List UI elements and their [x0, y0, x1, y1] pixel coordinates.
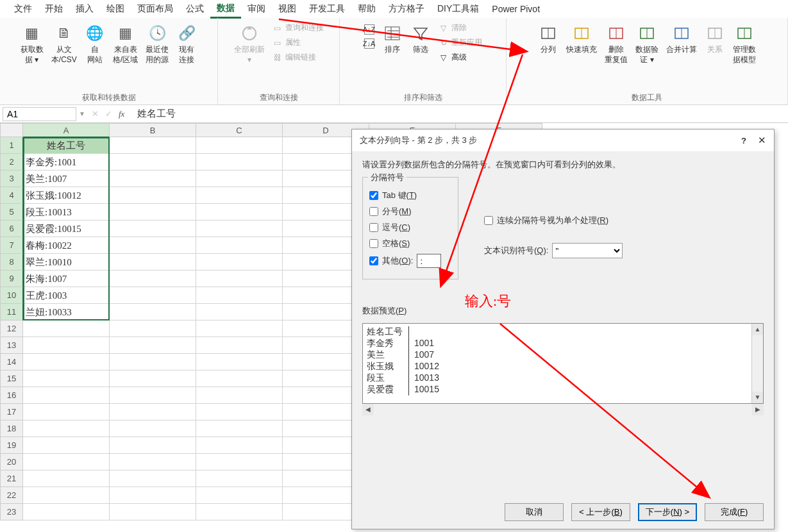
relations-button[interactable]: 关系: [702, 22, 728, 56]
cell-B14[interactable]: [110, 354, 196, 370]
finish-button[interactable]: 完成(F): [705, 503, 764, 521]
cell-C20[interactable]: [196, 454, 283, 470]
menu-方方格子[interactable]: 方方格子: [382, 1, 431, 17]
cell-B23[interactable]: [110, 504, 196, 520]
cell-C12[interactable]: [196, 320, 283, 337]
col-header-B[interactable]: B: [110, 123, 196, 137]
cell-C14[interactable]: [196, 354, 283, 370]
row-header-19[interactable]: 19: [0, 437, 23, 454]
edit-links[interactable]: ⛓编辑链接: [270, 51, 326, 63]
row-header-11[interactable]: 11: [0, 304, 23, 320]
cell-A17[interactable]: [23, 404, 110, 420]
menu-公式[interactable]: 公式: [180, 1, 210, 17]
menu-数据[interactable]: 数据: [210, 0, 241, 19]
menu-视图[interactable]: 视图: [272, 1, 303, 17]
cell-A7[interactable]: 春梅:10022: [23, 237, 110, 254]
cell-A10[interactable]: 王虎:1003: [23, 287, 110, 304]
row-header-7[interactable]: 7: [0, 237, 23, 254]
confirm-icon[interactable]: ✓: [105, 109, 112, 119]
cell-B8[interactable]: [110, 254, 196, 270]
cell-B20[interactable]: [110, 454, 196, 470]
cell-B21[interactable]: [110, 470, 196, 487]
cell-A11[interactable]: 兰妞:10033: [23, 304, 110, 320]
space-checkbox[interactable]: 空格(S): [369, 238, 451, 249]
cell-B4[interactable]: [110, 187, 196, 204]
row-header-4[interactable]: 4: [0, 187, 23, 204]
reapply-filter[interactable]: ↻重新应用: [436, 37, 485, 49]
text-to-columns-button[interactable]: 分列: [535, 22, 561, 56]
cell-C3[interactable]: [196, 170, 283, 187]
cell-B19[interactable]: [110, 437, 196, 454]
row-header-1[interactable]: 1: [0, 137, 23, 154]
cell-C2[interactable]: [196, 154, 283, 170]
comma-checkbox[interactable]: 逗号(C): [369, 222, 451, 233]
menu-开发工具[interactable]: 开发工具: [303, 1, 351, 17]
fx-icon[interactable]: fx: [119, 109, 124, 119]
cell-C15[interactable]: [196, 370, 283, 387]
cell-C13[interactable]: [196, 337, 283, 354]
cell-C22[interactable]: [196, 487, 283, 504]
cell-A18[interactable]: [23, 420, 110, 437]
cell-B10[interactable]: [110, 287, 196, 304]
cell-A19[interactable]: [23, 437, 110, 454]
get-data-btn-4[interactable]: 🕓最近使 用的源: [143, 22, 171, 66]
cell-B6[interactable]: [110, 220, 196, 237]
select-all-corner[interactable]: [0, 123, 23, 137]
row-header-13[interactable]: 13: [0, 337, 23, 354]
row-header-20[interactable]: 20: [0, 454, 23, 470]
menu-绘图[interactable]: 绘图: [100, 1, 131, 17]
menu-插入[interactable]: 插入: [69, 1, 100, 17]
back-button[interactable]: < 上一步(B): [571, 503, 630, 521]
row-header-8[interactable]: 8: [0, 254, 23, 270]
flash-fill-button[interactable]: 快速填充: [564, 22, 599, 56]
properties[interactable]: ▭属性: [270, 37, 326, 49]
cell-C9[interactable]: [196, 270, 283, 287]
cell-C4[interactable]: [196, 187, 283, 204]
sort-desc-icon[interactable]: Z↓A: [364, 38, 374, 49]
cell-A15[interactable]: [23, 370, 110, 387]
cell-B13[interactable]: [110, 337, 196, 354]
row-header-15[interactable]: 15: [0, 370, 23, 387]
get-data-btn-2[interactable]: 🌐自 网站: [82, 22, 108, 66]
tab-checkbox[interactable]: Tab 键(T): [369, 190, 451, 201]
cell-C7[interactable]: [196, 237, 283, 254]
sort-button[interactable]: 排序: [380, 22, 405, 56]
cell-B22[interactable]: [110, 487, 196, 504]
row-header-12[interactable]: 12: [0, 320, 23, 337]
cell-B17[interactable]: [110, 404, 196, 420]
cell-A8[interactable]: 翠兰:10010: [23, 254, 110, 270]
cell-A14[interactable]: [23, 354, 110, 370]
cell-C23[interactable]: [196, 504, 283, 520]
cell-B15[interactable]: [110, 370, 196, 387]
get-data-btn-1[interactable]: 🗎从文 本/CSV: [49, 22, 80, 66]
get-data-btn-5[interactable]: 🔗现有 连接: [174, 22, 199, 66]
cell-B1[interactable]: [110, 137, 196, 154]
cell-B2[interactable]: [110, 154, 196, 170]
cell-B12[interactable]: [110, 320, 196, 337]
cell-B16[interactable]: [110, 387, 196, 404]
cell-B11[interactable]: [110, 304, 196, 320]
row-header-6[interactable]: 6: [0, 220, 23, 237]
advanced-filter[interactable]: ▽高级: [436, 51, 485, 63]
cell-C16[interactable]: [196, 387, 283, 404]
row-header-23[interactable]: 23: [0, 504, 23, 520]
data-validation-button[interactable]: 数据验 证 ▾: [633, 22, 661, 66]
refresh-all-button[interactable]: 全部刷新 ▾: [231, 22, 267, 66]
row-header-17[interactable]: 17: [0, 404, 23, 420]
menu-文件[interactable]: 文件: [8, 1, 38, 17]
cell-A2[interactable]: 李金秀:1001: [23, 154, 110, 170]
filter-button[interactable]: 筛选: [408, 22, 433, 56]
col-header-C[interactable]: C: [196, 123, 283, 137]
semicolon-checkbox[interactable]: 分号(M): [369, 206, 451, 217]
cell-C21[interactable]: [196, 470, 283, 487]
cell-A4[interactable]: 张玉娥:10012: [23, 187, 110, 204]
preview-scrollbar-v[interactable]: ▲ ▼: [751, 324, 763, 403]
get-data-btn-0[interactable]: ▦获取数 据 ▾: [18, 22, 46, 66]
close-icon[interactable]: ✕: [758, 135, 766, 146]
text-qualifier-select[interactable]: ": [552, 243, 623, 258]
menu-开始[interactable]: 开始: [38, 1, 69, 17]
row-header-16[interactable]: 16: [0, 387, 23, 404]
cell-A5[interactable]: 段玉:10013: [23, 204, 110, 220]
consolidate-button[interactable]: 合并计算: [664, 22, 700, 56]
cell-A3[interactable]: 美兰:1007: [23, 170, 110, 187]
